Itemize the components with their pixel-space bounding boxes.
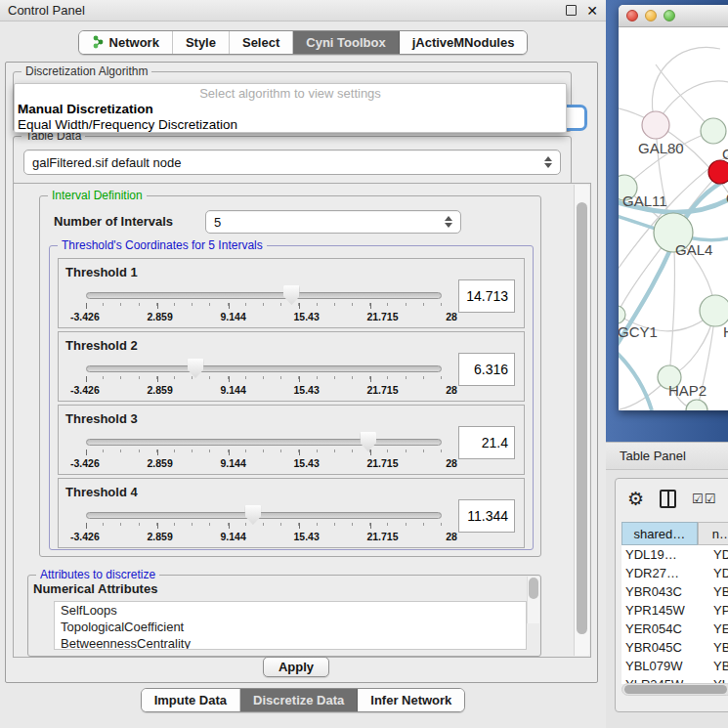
slider-scale-label: 15.43 [293, 384, 319, 396]
tab-label: Infer Network [370, 693, 451, 707]
threshold-2-value-field[interactable]: 6.316 [458, 353, 515, 386]
horizontal-scrollbar[interactable] [621, 683, 728, 696]
table-panel: ⚙ ☑☑ shared… n… YDL19…YDL1YDR27…YDR2YBR0… [615, 478, 728, 712]
apply-button[interactable]: Apply [263, 657, 329, 677]
slider-track[interactable] [86, 512, 442, 519]
slider-scale-label: -3.426 [70, 457, 100, 469]
network-node-label: GA [722, 146, 728, 162]
slider-track[interactable] [86, 292, 442, 299]
attribute-list-item[interactable]: BetweennessCentrality [55, 635, 526, 650]
threshold-2-slider[interactable]: -3.4262.8599.14415.4321.71528 [84, 358, 444, 397]
tab-label: Cyni Toolbox [306, 35, 385, 50]
threshold-1-value-field[interactable]: 14.713 [458, 279, 515, 313]
tab-infer-network[interactable]: Infer Network [358, 689, 464, 711]
settings-scroll-pane: Interval Definition Number of Intervals … [13, 183, 591, 658]
threshold-4-slider[interactable]: -3.4262.8599.14415.4321.71528 [84, 504, 444, 543]
tab-select[interactable]: Select [230, 31, 293, 54]
table-row[interactable]: YER054CYER0 [621, 620, 728, 638]
attribute-list-item[interactable]: SelfLoops [55, 602, 526, 619]
gear-icon[interactable]: ⚙ [627, 490, 644, 508]
scrollbar-thumb[interactable] [529, 578, 538, 599]
threshold-4-panel: Threshold 4 -3.4262.8599.14415.4321.7152… [58, 478, 525, 548]
tab-discretize-data[interactable]: Discretize Data [240, 689, 358, 711]
tab-label: jActiveMNodules [412, 35, 515, 50]
slider-scale-label: 9.144 [220, 311, 245, 322]
dropdown-option-equal-width[interactable]: Equal Width/Frequency Discretization [15, 117, 566, 133]
scrollbar-thumb[interactable] [624, 685, 727, 694]
slider-scale-label: 28 [446, 311, 457, 322]
tab-style[interactable]: Style [173, 31, 230, 54]
dropdown-option-manual[interactable]: Manual Discretization [15, 102, 566, 117]
slider-track[interactable] [86, 439, 442, 446]
column-header-shared-name[interactable]: shared… [621, 522, 698, 545]
control-panel: Control Panel ✕ Network Style Select Cyn… [0, 0, 606, 728]
table-row[interactable]: YPR145WYPR1 [621, 601, 728, 620]
tab-jactivemnodules[interactable]: jActiveMNodules [400, 31, 528, 54]
slider-thumb[interactable] [244, 505, 261, 525]
close-icon[interactable]: ✕ [586, 4, 598, 18]
table-row[interactable]: YBL079WYBL0 [621, 657, 728, 675]
network-node[interactable] [700, 295, 728, 326]
network-window-titlebar [619, 5, 728, 27]
slider-thumb[interactable] [188, 359, 204, 378]
network-node[interactable] [619, 306, 625, 323]
network-node[interactable] [642, 111, 669, 139]
network-graph: GAL80 GA C GAL11 GAL4 GCY1 H HAP2 [619, 27, 728, 410]
numerical-attributes-list[interactable]: SelfLoopsTopologicalCoefficientBetweenne… [54, 601, 527, 650]
attributes-scrollbar[interactable] [527, 577, 539, 623]
attribute-list-item[interactable]: TopologicalCoefficient [55, 619, 526, 635]
threshold-3-value-field[interactable]: 21.4 [458, 426, 515, 459]
close-traffic-light-icon[interactable] [626, 10, 638, 21]
table-cell: YBL0 [707, 659, 728, 673]
slider-scale-labels: -3.4262.8599.14415.4321.71528 [70, 311, 457, 322]
select-columns-icon[interactable]: ☑☑ [692, 492, 716, 506]
split-panel-icon[interactable] [660, 490, 676, 508]
network-node[interactable] [701, 118, 726, 144]
network-desktop-frame: GAL80 GA C GAL11 GAL4 GCY1 H HAP2 [606, 0, 728, 442]
slider-scale-label: 28 [446, 384, 457, 396]
table-cell: YPR145W [621, 603, 707, 618]
network-canvas[interactable]: GAL80 GA C GAL11 GAL4 GCY1 H HAP2 [619, 27, 728, 410]
number-of-intervals-label: Number of Intervals [54, 214, 173, 229]
network-node-selected[interactable] [708, 160, 728, 184]
slider-thumb[interactable] [283, 285, 300, 305]
table-row[interactable]: YDR27…YDR2 [621, 564, 728, 582]
numerical-attributes-label: Numerical Attributes [33, 581, 157, 596]
slider-scale-label: 28 [446, 457, 457, 469]
network-node-label: GAL4 [675, 241, 712, 258]
control-panel-titlebar: Control Panel ✕ [0, 0, 606, 21]
table-cell: YBR043C [621, 584, 707, 599]
slider-scale-label: 21.715 [366, 457, 398, 469]
threshold-4-value-field[interactable]: 11.344 [458, 499, 515, 533]
scrollbar-thumb[interactable] [577, 202, 587, 634]
tab-impute-data[interactable]: Impute Data [142, 689, 240, 711]
tab-network[interactable]: Network [79, 31, 173, 54]
group-label: Threshold's Coordinates for 5 Intervals [58, 238, 267, 252]
slider-scale-label: -3.426 [70, 311, 100, 322]
group-label: Attributes to discretize [36, 568, 159, 581]
table-row[interactable]: YBR043CYBR0 [621, 582, 728, 601]
tab-cyni-toolbox[interactable]: Cyni Toolbox [293, 31, 399, 54]
threshold-3-slider[interactable]: -3.4262.8599.14415.4321.71528 [84, 431, 444, 470]
network-node[interactable] [686, 400, 707, 410]
table-cell: YBR0 [707, 584, 728, 599]
table-cell: YPR1 [707, 603, 728, 618]
table-row[interactable]: YBR045CYBR0 [621, 638, 728, 657]
slider-ticks [86, 303, 442, 309]
table-row[interactable]: YDL19…YDL1 [621, 545, 728, 564]
slider-track[interactable] [86, 365, 442, 372]
slider-scale-labels: -3.4262.8599.14415.4321.71528 [70, 457, 457, 469]
table-data-combobox[interactable]: galFiltered.sif default node [23, 150, 561, 175]
float-window-icon[interactable] [566, 5, 577, 16]
vertical-scrollbar[interactable] [574, 185, 589, 656]
slider-scale-label: 9.144 [220, 457, 245, 469]
slider-thumb[interactable] [360, 432, 376, 451]
minimize-traffic-light-icon[interactable] [645, 10, 657, 21]
column-header-name[interactable]: n… [698, 522, 728, 545]
threshold-1-slider[interactable]: -3.4262.8599.14415.4321.71528 [84, 284, 444, 323]
slider-scale-label: 15.43 [293, 457, 319, 469]
number-of-intervals-combobox[interactable]: 5 [205, 210, 461, 234]
table-panel-title: Table Panel [620, 449, 686, 463]
table-rows: YDL19…YDL1YDR27…YDR2YBR043CYBR0YPR145WYP… [621, 545, 728, 684]
zoom-traffic-light-icon[interactable] [664, 10, 675, 21]
